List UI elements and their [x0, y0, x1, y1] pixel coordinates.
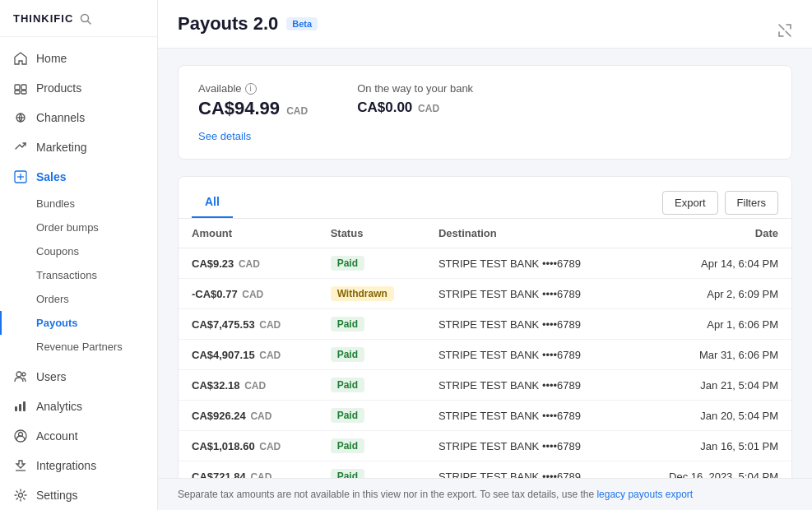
legacy-payouts-link[interactable]: legacy payouts export: [596, 489, 693, 500]
cell-destination: STRIPE TEST BANK ••••6789: [425, 431, 629, 461]
col-amount: Amount: [179, 219, 318, 248]
channels-icon: [13, 110, 28, 125]
cell-status: Paid: [318, 340, 425, 370]
sidebar-item-marketing-label: Marketing: [36, 141, 86, 154]
cell-currency: CAD: [250, 471, 271, 479]
home-icon: [13, 51, 28, 66]
sidebar-item-transactions[interactable]: Transactions: [0, 263, 157, 287]
status-badge: Paid: [331, 256, 364, 271]
available-amount: CA$94.99 CAD: [198, 98, 308, 119]
svg-rect-2: [15, 85, 20, 90]
tabs-toolbar: All Export Filters: [179, 177, 791, 219]
cell-amount: CA$721.84 CAD: [179, 461, 318, 479]
export-button[interactable]: Export: [662, 191, 718, 215]
svg-point-19: [19, 494, 23, 498]
cell-amount: CA$926.24 CAD: [179, 401, 318, 431]
table-row: CA$9.23 CAD Paid STRIPE TEST BANK ••••67…: [179, 248, 791, 279]
cell-status: Paid: [318, 248, 425, 279]
main-content: Available i CA$94.99 CAD On the way to y…: [158, 49, 812, 478]
cell-amount: CA$32.18 CAD: [179, 370, 318, 401]
account-icon: [13, 429, 28, 443]
cell-date: Jan 20, 5:04 PM: [629, 401, 791, 431]
sidebar-item-payouts[interactable]: Payouts: [0, 311, 157, 335]
status-badge: Paid: [331, 378, 364, 392]
sidebar-item-orders-label: Orders: [36, 293, 69, 305]
cell-date: Jan 21, 5:04 PM: [629, 370, 791, 401]
beta-badge: Beta: [286, 17, 318, 30]
sidebar-item-home[interactable]: Home: [0, 44, 157, 73]
sidebar-item-settings[interactable]: Settings: [0, 480, 157, 510]
cell-amount: -CA$0.77 CAD: [179, 279, 318, 309]
balance-row: Available i CA$94.99 CAD On the way to y…: [198, 82, 772, 119]
table-row: CA$721.84 CAD Paid STRIPE TEST BANK ••••…: [179, 461, 791, 479]
main-area: Payouts 2.0 Beta Available i CA$94.99 CA…: [158, 0, 812, 510]
sidebar-item-analytics-label: Analytics: [36, 400, 82, 413]
sidebar-item-home-label: Home: [36, 52, 67, 65]
table-row: CA$7,475.53 CAD Paid STRIPE TEST BANK ••…: [179, 309, 791, 340]
svg-rect-15: [23, 401, 26, 411]
status-badge: Paid: [331, 408, 364, 423]
cell-currency: CAD: [250, 410, 271, 422]
footer-note: Separate tax amounts are not available i…: [158, 478, 812, 510]
sidebar-item-products-label: Products: [36, 81, 81, 95]
sidebar-logo-area: THINKIFIC: [0, 0, 157, 37]
sidebar-item-coupons[interactable]: Coupons: [0, 239, 157, 263]
tab-all[interactable]: All: [192, 187, 233, 218]
sales-icon: [13, 169, 28, 184]
col-destination: Destination: [425, 219, 629, 248]
app-logo: THINKIFIC: [13, 12, 73, 25]
marketing-icon: [13, 140, 28, 155]
sidebar-item-channels-label: Channels: [36, 111, 85, 124]
sidebar-item-sales-label: Sales: [36, 170, 67, 183]
available-section: Available i CA$94.99 CAD: [198, 82, 308, 119]
page-title-row: Payouts 2.0 Beta: [178, 13, 318, 48]
status-badge: Paid: [331, 347, 364, 362]
sidebar-item-revenue-partners[interactable]: Revenue Partners: [0, 335, 157, 359]
cell-destination: STRIPE TEST BANK ••••6789: [425, 248, 629, 279]
sidebar-item-sales[interactable]: Sales: [0, 162, 157, 192]
cell-amount: CA$9.23 CAD: [179, 248, 318, 279]
cell-date: Mar 31, 6:06 PM: [629, 340, 791, 370]
sidebar-item-products[interactable]: Products: [0, 73, 157, 103]
see-details-link[interactable]: See details: [198, 130, 251, 142]
sidebar-item-coupons-label: Coupons: [36, 245, 79, 257]
sidebar-item-users-label: Users: [36, 370, 67, 383]
filters-button[interactable]: Filters: [725, 191, 778, 215]
sidebar-item-account[interactable]: Account: [0, 421, 157, 451]
sidebar-item-orders[interactable]: Orders: [0, 287, 157, 311]
tabs-row: All Export Filters: [192, 187, 778, 218]
main-nav: Home Products Channels Marketing: [0, 37, 157, 510]
svg-rect-5: [21, 90, 26, 94]
cell-status: Paid: [318, 401, 425, 431]
search-icon[interactable]: [80, 12, 91, 25]
sidebar-item-order-bumps[interactable]: Order bumps: [0, 216, 157, 239]
cell-destination: STRIPE TEST BANK ••••6789: [425, 461, 629, 479]
sidebar-item-users[interactable]: Users: [0, 362, 157, 392]
analytics-icon: [13, 399, 28, 414]
sidebar-item-integrations[interactable]: Integrations: [0, 451, 157, 480]
sidebar-item-transactions-label: Transactions: [36, 269, 97, 281]
cell-status: Paid: [318, 431, 425, 461]
cell-date: Jan 16, 5:01 PM: [629, 431, 791, 461]
sidebar-item-marketing[interactable]: Marketing: [0, 132, 157, 162]
sidebar-item-payouts-label: Payouts: [36, 317, 78, 329]
cell-destination: STRIPE TEST BANK ••••6789: [425, 401, 629, 431]
table-row: CA$926.24 CAD Paid STRIPE TEST BANK ••••…: [179, 401, 791, 431]
cell-status: Withdrawn: [318, 279, 425, 309]
sidebar-item-bundles[interactable]: Bundles: [0, 192, 157, 216]
table-row: CA$4,907.15 CAD Paid STRIPE TEST BANK ••…: [179, 340, 791, 370]
available-info-icon[interactable]: i: [245, 83, 257, 95]
sidebar: THINKIFIC Home Products: [0, 0, 158, 510]
settings-icon: [13, 488, 28, 503]
sidebar-item-channels[interactable]: Channels: [0, 103, 157, 132]
page-header: Payouts 2.0 Beta: [158, 0, 812, 49]
svg-rect-3: [21, 85, 26, 90]
sidebar-item-analytics[interactable]: Analytics: [0, 392, 157, 421]
svg-rect-13: [15, 406, 17, 411]
users-icon: [13, 369, 28, 384]
sidebar-item-integrations-label: Integrations: [36, 459, 96, 472]
sidebar-item-settings-label: Settings: [36, 489, 78, 502]
sidebar-item-bundles-label: Bundles: [36, 197, 75, 210]
cell-date: Apr 14, 6:04 PM: [629, 248, 791, 279]
expand-icon[interactable]: [777, 23, 792, 39]
